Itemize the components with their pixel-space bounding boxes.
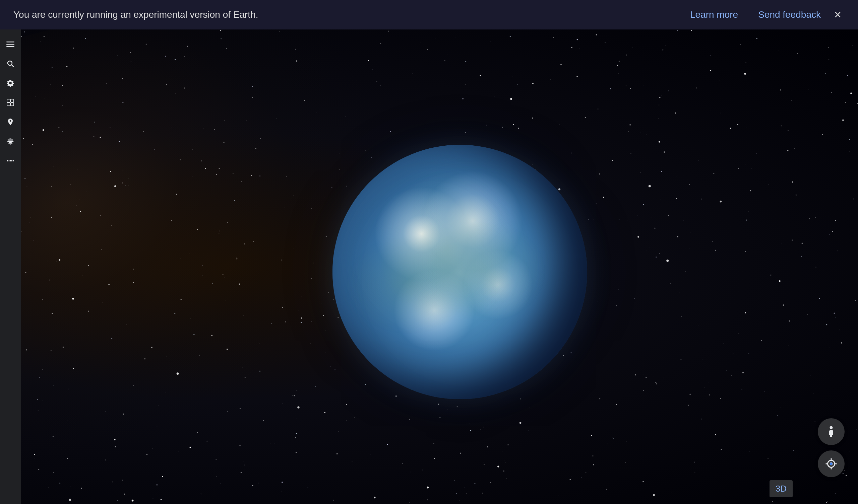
svg-rect-5 [7,99,10,102]
svg-rect-9 [7,160,14,161]
learn-more-button[interactable]: Learn more [680,10,748,20]
send-feedback-button[interactable]: Send feedback [748,10,831,20]
sidebar-item-layers[interactable] [2,133,18,149]
svg-rect-7 [7,103,10,106]
svg-rect-6 [11,99,14,102]
sidebar-item-voyager[interactable] [2,95,18,111]
svg-point-17 [830,462,832,465]
street-view-button[interactable] [818,418,845,445]
svg-line-4 [12,65,14,67]
notification-text: You are currently running an experimenta… [13,10,680,20]
map-area[interactable]: 3D [21,30,858,504]
svg-rect-0 [6,42,14,43]
earth-overlay [332,145,587,399]
svg-point-3 [8,61,12,65]
my-location-button[interactable] [818,451,845,477]
sidebar-item-settings[interactable] [2,75,18,91]
view-3d-button[interactable]: 3D [769,480,793,497]
earth-globe [332,145,587,399]
sidebar-item-measure[interactable] [2,153,18,169]
svg-rect-2 [6,46,14,47]
close-notification-button[interactable]: × [831,8,845,22]
sidebar [0,30,21,504]
sidebar-item-menu[interactable] [2,36,18,52]
svg-rect-1 [6,44,14,45]
bottom-controls [818,418,845,477]
svg-point-14 [830,426,833,429]
svg-rect-8 [11,103,14,106]
notification-bar: You are currently running an experimenta… [0,0,858,30]
sidebar-item-places[interactable] [2,114,18,130]
sidebar-item-search[interactable] [2,55,18,72]
earth-globe-container [332,145,587,399]
